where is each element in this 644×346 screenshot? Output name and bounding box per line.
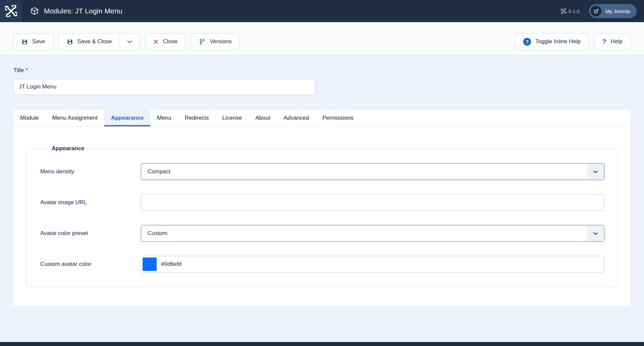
tab-menu-assignment[interactable]: Menu Assignment — [46, 110, 104, 126]
page-header: Modules: JT Login Menu — [30, 7, 122, 15]
save-options-dropdown-toggle[interactable] — [120, 33, 140, 50]
avatar-color-preset-label: Avatar color preset — [40, 230, 141, 237]
avatar-color-preset-value: Custom — [148, 230, 167, 237]
module-edit-card: Module Menu Assignment Appearance Menu R… — [13, 110, 631, 306]
avatar-image-url-input[interactable] — [141, 194, 604, 211]
avatar-image-url-label: Avatar image URL — [40, 199, 141, 206]
chevron-down-icon — [587, 226, 604, 241]
save-and-close-label: Save & Close — [77, 38, 112, 45]
joomla-logo[interactable] — [0, 0, 22, 22]
main-content: Title * Module Menu Assignment Appearanc… — [0, 67, 644, 306]
save-icon — [21, 39, 28, 45]
chevron-down-icon — [587, 164, 604, 179]
joomla-logo-icon — [5, 5, 17, 17]
save-icon — [67, 39, 73, 45]
custom-avatar-color-field[interactable]: #0d6efd — [141, 256, 604, 273]
external-link-icon — [591, 6, 601, 16]
page-title: Modules: JT Login Menu — [44, 7, 122, 15]
help-label: Help — [611, 38, 623, 45]
appearance-legend: Appearance — [48, 145, 88, 152]
menu-density-value: Compact — [148, 168, 170, 175]
menu-density-select[interactable]: Compact — [141, 163, 604, 180]
footer-bar — [0, 342, 644, 346]
tab-advanced[interactable]: Advanced — [277, 110, 316, 126]
avatar-image-url-row: Avatar image URL — [40, 194, 604, 211]
tab-menu[interactable]: Menu — [150, 110, 178, 126]
joomla-version: 6.1.0 — [561, 8, 580, 14]
save-and-close-button[interactable]: Save & Close — [59, 33, 120, 50]
avatar-color-preset-row: Avatar color preset Custom — [40, 225, 604, 242]
help-button[interactable]: ? Help — [594, 33, 631, 50]
toggle-inline-help-label: Toggle Inline Help — [535, 38, 581, 45]
code-branch-icon — [199, 39, 205, 45]
my-joomla-button[interactable]: My Joomla — [589, 4, 637, 18]
tab-license[interactable]: License — [216, 110, 249, 126]
save-button[interactable]: Save — [13, 33, 53, 50]
versions-label: Versions — [210, 38, 231, 45]
save-label: Save — [32, 38, 45, 45]
toggle-inline-help-button[interactable]: ? Toggle Inline Help — [515, 33, 589, 50]
question-mark-icon: ? — [602, 38, 606, 46]
title-field-label: Title * — [13, 67, 631, 74]
toolbar: Save Save & Close Close — [0, 22, 644, 55]
tab-permissions[interactable]: Permissions — [316, 110, 360, 126]
close-button[interactable]: Close — [145, 33, 185, 50]
version-number: 6.1.0 — [569, 8, 580, 14]
menu-density-label: Menu density — [40, 168, 141, 175]
avatar-color-preset-select[interactable]: Custom — [141, 225, 604, 242]
custom-avatar-color-value: #0d6efd — [161, 261, 181, 268]
close-x-icon — [153, 39, 159, 45]
custom-avatar-color-label: Custom avatar color — [40, 261, 141, 268]
topbar-right: 6.1.0 My Joomla — [561, 4, 644, 18]
title-input[interactable] — [13, 79, 315, 95]
appearance-fieldset: Appearance Menu density Compact Avatar i… — [26, 145, 618, 287]
tab-redirects[interactable]: Redirects — [178, 110, 216, 126]
tab-module[interactable]: Module — [13, 110, 46, 126]
topbar: Modules: JT Login Menu 6.1.0 — [0, 0, 644, 22]
versions-button[interactable]: Versions — [191, 33, 239, 50]
menu-density-row: Menu density Compact — [40, 163, 604, 180]
chevron-down-icon — [126, 38, 133, 45]
joomla-version-icon — [561, 8, 566, 14]
my-joomla-label: My Joomla — [605, 8, 630, 14]
module-cube-icon — [30, 7, 39, 15]
question-circle-icon: ? — [523, 38, 531, 46]
tab-bar: Module Menu Assignment Appearance Menu R… — [13, 110, 631, 127]
tab-appearance[interactable]: Appearance — [104, 110, 150, 126]
close-label: Close — [163, 38, 177, 45]
custom-avatar-color-row: Custom avatar color #0d6efd — [40, 256, 604, 273]
color-swatch[interactable] — [143, 257, 157, 271]
tab-about[interactable]: About — [249, 110, 277, 126]
